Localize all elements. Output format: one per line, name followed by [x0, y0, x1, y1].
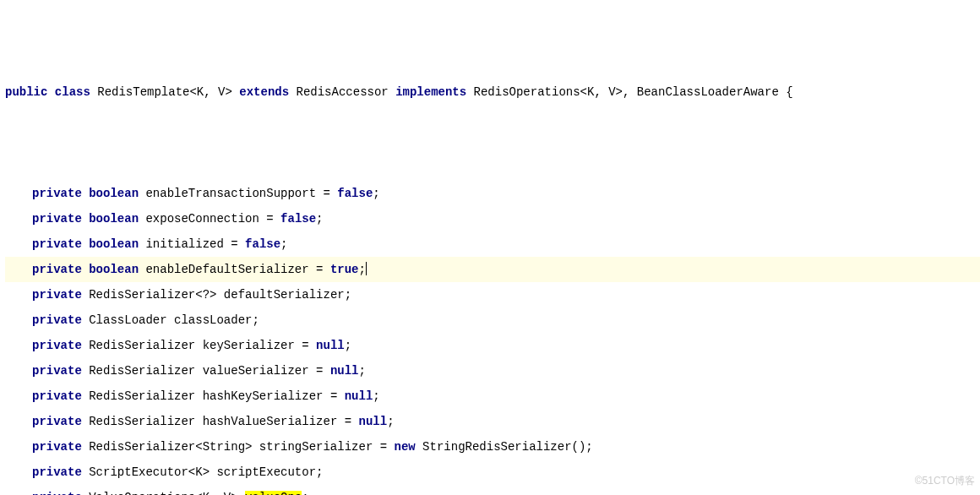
- constructor-call: StringRedisSerializer(): [416, 440, 586, 454]
- field-line-4: private RedisSerializer<?> defaultSerial…: [5, 282, 980, 307]
- keyword-value: false: [245, 237, 280, 251]
- field-line-12: private ValueOperations<K, V> valueOps;: [5, 485, 980, 495]
- keyword-type: boolean: [89, 212, 139, 226]
- field-type: ValueOperations<K, V>: [89, 491, 237, 495]
- field-type: RedisSerializer: [89, 415, 195, 428]
- keyword-private: private: [32, 440, 82, 454]
- assign-op: =: [309, 263, 330, 276]
- keyword-private: private: [32, 415, 82, 428]
- semicolon: ;: [387, 415, 394, 428]
- semicolon: ;: [252, 313, 259, 327]
- field-name: classLoader: [174, 313, 252, 327]
- field-type: RedisSerializer: [89, 364, 195, 378]
- field-name: exposeConnection: [145, 212, 259, 226]
- keyword-class: class: [55, 85, 90, 99]
- semicolon: ;: [373, 389, 379, 403]
- assign-op: =: [309, 364, 330, 378]
- keyword-private: private: [32, 187, 82, 200]
- text-cursor: [366, 262, 367, 275]
- assign-op: =: [373, 440, 394, 454]
- field-type: RedisSerializer: [89, 339, 195, 352]
- field-line-11: private ScriptExecutor<K> scriptExecutor…: [5, 460, 980, 485]
- keyword-extends: extends: [239, 85, 289, 99]
- field-type: ScriptExecutor<K>: [89, 465, 210, 479]
- semicolon: ;: [585, 440, 592, 454]
- field-line-8: private RedisSerializer hashKeySerialize…: [5, 383, 980, 409]
- semicolon: ;: [359, 263, 366, 276]
- field-line-0: private boolean enableTransactionSupport…: [5, 181, 980, 206]
- class-declaration-line: public class RedisTemplate<K, V> extends…: [5, 79, 980, 105]
- keyword-public: public: [5, 85, 47, 99]
- assign-op: =: [224, 237, 245, 251]
- watermark-text: ©51CTO博客: [915, 468, 975, 493]
- semicolon: ;: [316, 212, 323, 226]
- field-type: RedisSerializer<String>: [89, 440, 252, 454]
- assign-op: =: [337, 415, 358, 428]
- field-name: hashKeySerializer: [203, 389, 324, 403]
- field-name: valueOps: [245, 491, 302, 495]
- semicolon: ;: [359, 364, 366, 378]
- semicolon: ;: [345, 288, 351, 302]
- field-line-7: private RedisSerializer valueSerializer …: [5, 358, 980, 383]
- semicolon: ;: [302, 491, 308, 495]
- keyword-implements: implements: [395, 85, 466, 99]
- field-name: scriptExecutor: [216, 465, 316, 479]
- field-name: hashValueSerializer: [203, 415, 338, 428]
- field-name: defaultSerializer: [224, 288, 345, 302]
- field-line-1: private boolean exposeConnection = false…: [5, 206, 980, 231]
- field-type: RedisSerializer<?>: [89, 288, 216, 302]
- assign-op: =: [323, 389, 344, 403]
- keyword-value: null: [359, 415, 388, 428]
- assign-op: =: [295, 339, 316, 352]
- keyword-private: private: [32, 263, 82, 276]
- keyword-value: null: [316, 339, 345, 352]
- keyword-private: private: [32, 313, 82, 327]
- field-line-6: private RedisSerializer keySerializer = …: [5, 333, 980, 358]
- field-name: enableDefaultSerializer: [145, 263, 308, 276]
- semicolon: ;: [280, 237, 287, 251]
- keyword-private: private: [32, 288, 82, 302]
- keyword-type: boolean: [89, 237, 139, 251]
- keyword-private: private: [32, 364, 82, 378]
- field-type: ClassLoader: [89, 313, 166, 327]
- field-name: initialized: [145, 237, 223, 251]
- keyword-value: null: [345, 389, 373, 403]
- keyword-private: private: [32, 339, 82, 352]
- semicolon: ;: [373, 187, 379, 200]
- keyword-type: boolean: [89, 187, 139, 200]
- field-line-5: private ClassLoader classLoader;: [5, 307, 980, 333]
- implements-list: RedisOperations<K, V>, BeanClassLoaderAw…: [474, 85, 779, 99]
- keyword-private: private: [32, 465, 82, 479]
- keyword-type: boolean: [89, 263, 139, 276]
- field-type: RedisSerializer: [89, 389, 195, 403]
- field-line-10: private RedisSerializer<String> stringSe…: [5, 434, 980, 460]
- field-name: keySerializer: [203, 339, 295, 352]
- field-line-9: private RedisSerializer hashValueSeriali…: [5, 409, 980, 434]
- field-name: valueSerializer: [203, 364, 309, 378]
- keyword-value: false: [337, 187, 373, 200]
- extends-class: RedisAccessor: [297, 85, 389, 99]
- field-line-2: private boolean initialized = false;: [5, 231, 980, 257]
- assign-op: =: [259, 212, 280, 226]
- open-brace: {: [786, 85, 792, 99]
- semicolon: ;: [316, 465, 323, 479]
- code-block: public class RedisTemplate<K, V> extends…: [0, 0, 980, 495]
- keyword-private: private: [32, 237, 82, 251]
- field-name: stringSerializer: [259, 440, 373, 454]
- class-name: RedisTemplate: [97, 85, 189, 99]
- keyword-value: true: [330, 263, 359, 276]
- keyword-value: null: [330, 364, 359, 378]
- assign-op: =: [316, 187, 337, 200]
- keyword-private: private: [32, 491, 82, 495]
- field-line-3: private boolean enableDefaultSerializer …: [5, 257, 980, 282]
- class-generics: <K, V>: [189, 85, 231, 99]
- keyword-value: false: [280, 212, 316, 226]
- semicolon: ;: [345, 339, 351, 352]
- keyword-new: new: [395, 440, 416, 454]
- keyword-private: private: [32, 389, 82, 403]
- keyword-private: private: [32, 212, 82, 226]
- field-name: enableTransactionSupport: [145, 187, 316, 200]
